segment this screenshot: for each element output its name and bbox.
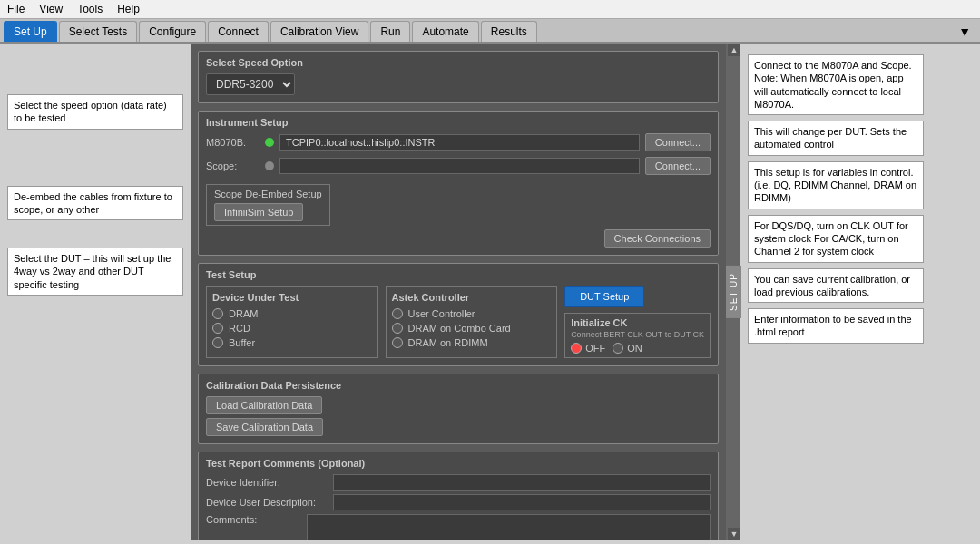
toggle-off[interactable]: OFF: [571, 343, 605, 354]
menu-help[interactable]: Help: [117, 3, 140, 15]
toggle-off-led: [571, 343, 582, 354]
annotation-speed: Select the speed option (data rate) to b…: [7, 94, 183, 130]
dut-dram-label: DRAM: [229, 308, 258, 319]
menu-view[interactable]: View: [39, 3, 63, 15]
tab-select-tests[interactable]: Select Tests: [59, 21, 137, 42]
check-connections-row: Check Connections: [206, 229, 710, 248]
annotation-variables: This setup is for variables in control. …: [748, 161, 924, 209]
m8070b-input[interactable]: [279, 134, 640, 151]
section-test-setup: Test Setup Device Under Test DRAM RCD: [198, 263, 719, 366]
device-id-row: Device Identifier:: [206, 474, 710, 491]
init-ck-title: Initialize CK: [571, 317, 704, 328]
astek-radio-dram-combo-circle: [392, 323, 403, 334]
dut-title: Device Under Test: [212, 292, 372, 303]
device-id-input[interactable]: [333, 474, 710, 491]
astek-dram-rdimm-label: DRAM on RDIMM: [408, 337, 488, 348]
device-id-label: Device Identifier:: [206, 477, 333, 488]
m8070b-led: [265, 138, 274, 147]
test-setup-inner: Device Under Test DRAM RCD: [206, 286, 710, 358]
init-ck-sub: Connect BERT CLK OUT to DUT CK: [571, 330, 704, 339]
annotation-clk: For DQS/DQ, turn on CLK OUT for system c…: [748, 215, 924, 263]
device-desc-input[interactable]: [333, 494, 710, 510]
dut-setup-col: DUT Setup Initialize CK Connect BERT CLK…: [564, 286, 710, 358]
astek-dram-combo-label: DRAM on Combo Card: [408, 323, 511, 334]
annotation-deembed: De-embed the cables from fixture to scop…: [7, 186, 183, 221]
center-panel: Select Speed Option DDR5-3200 Instrument…: [191, 44, 726, 540]
comments-row: Comments:: [206, 514, 710, 540]
calib-title: Calibration Data Persistence: [206, 380, 710, 391]
annotation-dut: Select the DUT – this will set up the 4w…: [7, 248, 183, 296]
astek-user-label: User Controller: [408, 308, 475, 319]
toggle-on[interactable]: ON: [612, 343, 642, 354]
toggle-on-led: [612, 343, 623, 354]
astek-radio-dram-rdimm-circle: [392, 337, 403, 348]
center-wrapper: Select Speed Option DDR5-3200 Instrument…: [191, 44, 740, 540]
device-desc-label: Device User Description:: [206, 497, 333, 508]
test-report-title: Test Report Comments (Optional): [206, 458, 710, 469]
scroll-up-arrow[interactable]: ▲: [728, 44, 740, 56]
tab-run[interactable]: Run: [370, 21, 410, 42]
m8070b-row: M8070B: Connect...: [206, 133, 710, 151]
dut-setup-button[interactable]: DUT Setup: [564, 286, 644, 307]
dut-radio-buffer[interactable]: Buffer: [212, 337, 372, 348]
dut-radio-dram[interactable]: DRAM: [212, 308, 372, 319]
scope-connect-button[interactable]: Connect...: [645, 157, 710, 175]
dut-buffer-label: Buffer: [229, 337, 255, 348]
toggle-on-label: ON: [627, 343, 642, 354]
tab-calibration-view[interactable]: Calibration View: [270, 21, 369, 42]
save-calibration-button[interactable]: Save Calibration Data: [206, 418, 323, 436]
scope-led: [265, 161, 274, 170]
scope-row: Scope: Connect...: [206, 157, 710, 175]
toggle-row: OFF ON: [571, 343, 704, 354]
tab-configure[interactable]: Configure: [139, 21, 206, 42]
tab-results[interactable]: Results: [481, 21, 537, 42]
annotation-report: Enter information to be saved in the .ht…: [748, 308, 924, 344]
load-calibration-button[interactable]: Load Calibration Data: [206, 396, 322, 414]
m8070b-connect-button[interactable]: Connect...: [645, 133, 710, 151]
astek-radio-user[interactable]: User Controller: [392, 308, 552, 319]
init-ck-box: Initialize CK Connect BERT CLK OUT to DU…: [564, 313, 710, 358]
section-speed-title: Select Speed Option: [206, 57, 710, 68]
tab-bar: Set Up Select Tests Configure Connect Ca…: [0, 19, 980, 44]
dut-radio-dram-circle: [212, 308, 223, 319]
section-calibration-data: Calibration Data Persistence Load Calibr…: [198, 374, 719, 444]
annotation-save-calib: You can save current calibration, or loa…: [748, 268, 924, 304]
astek-title: Astek Controller: [392, 292, 552, 303]
dut-box: Device Under Test DRAM RCD: [206, 286, 378, 358]
astek-radio-dram-combo[interactable]: DRAM on Combo Card: [392, 323, 552, 334]
dut-radio-rcd[interactable]: RCD: [212, 323, 372, 334]
right-annotations-panel: Connect to the M8070A and Scope. Note: W…: [740, 44, 931, 540]
side-tab[interactable]: SET UP: [726, 266, 741, 318]
de-embed-box: Scope De-Embed Setup InfiniiSim Setup: [206, 184, 330, 226]
section-test-title: Test Setup: [206, 269, 710, 280]
device-desc-row: Device User Description:: [206, 494, 710, 510]
tab-automate[interactable]: Automate: [412, 21, 478, 42]
m8070b-label: M8070B:: [206, 137, 265, 148]
scroll-down-arrow[interactable]: ▼: [728, 528, 740, 540]
astek-radio-user-circle: [392, 308, 403, 319]
check-connections-button[interactable]: Check Connections: [604, 229, 710, 248]
annotation-dut-control: This will change per DUT. Sets the autom…: [748, 121, 924, 156]
dut-radio-buffer-circle: [212, 337, 223, 348]
tab-connect[interactable]: Connect: [208, 21, 269, 42]
left-annotations-panel: Select the speed option (data rate) to b…: [0, 44, 191, 540]
dut-radio-rcd-circle: [212, 323, 223, 334]
dut-rcd-label: RCD: [229, 323, 250, 334]
astek-radio-dram-rdimm[interactable]: DRAM on RDIMM: [392, 337, 552, 348]
comments-label: Comments:: [206, 514, 307, 525]
scope-input[interactable]: [279, 158, 640, 174]
de-embed-title: Scope De-Embed Setup: [214, 189, 322, 199]
menu-file[interactable]: File: [7, 3, 24, 15]
comments-textarea[interactable]: [307, 514, 710, 540]
calib-btns: Load Calibration Data Save Calibration D…: [206, 396, 710, 436]
scope-label: Scope:: [206, 160, 265, 171]
speed-select[interactable]: DDR5-3200: [206, 73, 295, 95]
annotation-connect: Connect to the M8070A and Scope. Note: W…: [748, 54, 924, 115]
infiniisim-setup-button[interactable]: InfiniiSim Setup: [214, 203, 303, 221]
tab-setup[interactable]: Set Up: [4, 21, 57, 42]
section-test-report: Test Report Comments (Optional) Device I…: [198, 452, 719, 540]
menu-tools[interactable]: Tools: [77, 3, 103, 15]
menu-bar: File View Tools Help: [0, 0, 980, 19]
section-speed-option: Select Speed Option DDR5-3200: [198, 51, 719, 103]
tab-overflow-arrow[interactable]: ▼: [953, 24, 976, 39]
